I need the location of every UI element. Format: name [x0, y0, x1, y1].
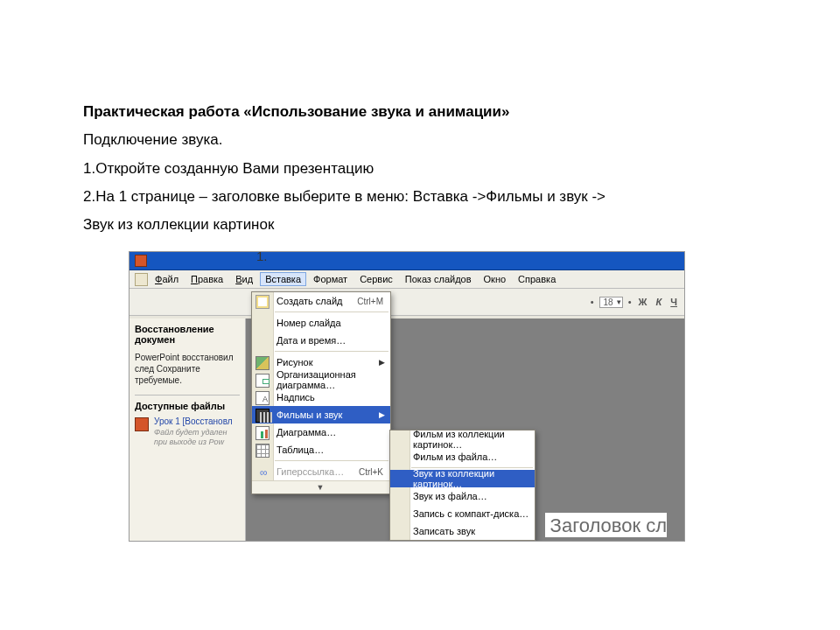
menu-bar[interactable]: Файл Правка Вид Вставка Формат Сервис По…	[130, 270, 684, 289]
menu-item-table[interactable]: Таблица…	[252, 441, 390, 458]
submenu-movie-from-gallery[interactable]: Фильм из коллекции картинок…	[390, 430, 535, 448]
submenu-movie-from-file[interactable]: Фильм из файла…	[390, 448, 535, 466]
recovered-file-name: Урок 1 [Восстановл	[154, 416, 240, 426]
hyperlink-icon	[256, 466, 268, 478]
menu-file[interactable]: Файл	[150, 272, 184, 286]
screenshot-powerpoint: 1. Файл Правка Вид Вставка Формат Сервис…	[130, 252, 684, 541]
italic-button[interactable]: К	[654, 297, 664, 307]
menu-tools[interactable]: Сервис	[354, 272, 398, 286]
submenu-cd-audio[interactable]: Запись с компакт-диска…	[390, 505, 535, 522]
menu-slideshow[interactable]: Показ слайдов	[400, 272, 477, 286]
menu-format[interactable]: Формат	[308, 272, 353, 286]
menu-item-textbox[interactable]: Надпись	[252, 388, 390, 406]
menu-window[interactable]: Окно	[479, 272, 512, 286]
slide-title-placeholder: Заголовок сл	[545, 513, 667, 537]
doc-line: 1.Откройте созданную Вами презентацию	[83, 155, 757, 183]
app-icon	[135, 255, 147, 267]
menu-item-date-time[interactable]: Дата и время…	[252, 332, 390, 349]
doc-line: Подключение звука.	[83, 126, 757, 154]
bold-button[interactable]: Ж	[637, 297, 649, 307]
doc-heading: Практическая работа «Использование звука…	[83, 98, 757, 126]
menu-item-new-slide[interactable]: Создать слайд Ctrl+M	[252, 292, 390, 310]
menu-item-movies-sound[interactable]: Фильмы и звук ▶	[252, 406, 390, 424]
menu-view[interactable]: Вид	[230, 272, 258, 286]
task-pane-title: Восстановление докумен	[135, 324, 240, 345]
insert-menu-dropdown[interactable]: Создать слайд Ctrl+M Номер слайда Дата и…	[251, 291, 391, 494]
underline-button[interactable]: Ч	[668, 297, 679, 307]
menu-help[interactable]: Справка	[513, 272, 561, 286]
textbox-icon	[256, 391, 270, 405]
font-size-combo[interactable]: 18	[599, 297, 623, 308]
doc-line: 2.На 1 странице – заголовке выберите в м…	[83, 183, 757, 211]
menu-item-chart[interactable]: Диаграмма…	[252, 424, 390, 441]
task-pane-section: Доступные файлы	[135, 395, 240, 411]
submenu-sound-from-file[interactable]: Звук из файла…	[390, 487, 535, 505]
presentation-icon	[135, 417, 149, 431]
table-icon	[256, 444, 270, 458]
chevron-right-icon: ▶	[379, 410, 385, 419]
film-icon	[256, 409, 270, 423]
doc-line: Звук из коллекции картинок	[83, 211, 757, 239]
figure-number: 1.	[256, 252, 268, 263]
toolbar: • 18 • Ж К Ч	[130, 289, 684, 316]
menu-insert[interactable]: Вставка	[260, 272, 306, 286]
task-pane: Восстановление докумен PowerPoint восста…	[130, 318, 246, 541]
new-slide-icon	[256, 295, 270, 309]
menu-item-picture[interactable]: Рисунок ▶	[252, 354, 390, 371]
document-text: Практическая работа «Использование звука…	[83, 98, 757, 239]
menu-expand-chevron[interactable]: ▼	[252, 480, 390, 494]
recovered-file-note: Файл будет удален при выходе из Pow	[154, 428, 240, 448]
recovered-file-item[interactable]: Урок 1 [Восстановл Файл будет удален при…	[135, 416, 240, 448]
org-chart-icon	[256, 374, 270, 388]
menu-item-hyperlink: Гиперссылка… Ctrl+K	[252, 463, 390, 480]
picture-icon	[256, 356, 270, 370]
chevron-right-icon: ▶	[379, 358, 385, 367]
menu-edit[interactable]: Правка	[186, 272, 228, 286]
menu-item-org-chart[interactable]: Организационная диаграмма…	[252, 371, 390, 388]
task-pane-note: PowerPoint восстановил след Сохраните тр…	[135, 352, 240, 386]
submenu-sound-from-gallery[interactable]: Звук из коллекции картинок…	[390, 470, 535, 487]
chart-icon	[256, 426, 270, 440]
movies-sound-submenu[interactable]: Фильм из коллекции картинок… Фильм из фа…	[389, 430, 536, 541]
control-box-icon[interactable]	[135, 273, 148, 286]
submenu-record-sound[interactable]: Записать звук	[390, 522, 535, 540]
window-titlebar	[130, 252, 684, 270]
menu-item-slide-number[interactable]: Номер слайда	[252, 314, 390, 332]
